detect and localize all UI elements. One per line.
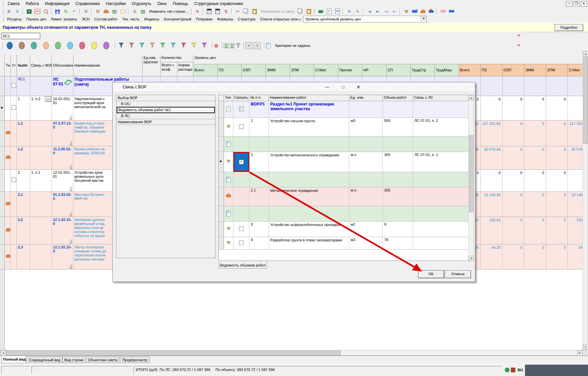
filter-circle-6[interactable] [67, 42, 73, 49]
filter-funnel-3[interactable] [139, 43, 145, 49]
add-work-button[interactable]: ⚒ [94, 7, 102, 15]
quick-find-input[interactable] [1, 33, 40, 39]
excel-button[interactable]: X [25, 7, 33, 15]
panel-button-10[interactable]: Формулы [215, 16, 236, 22]
cut-button[interactable]: ✂ [234, 7, 242, 15]
add-material-button[interactable] [102, 7, 110, 15]
dialog-table-row[interactable]: ⚒3Устройство асфальтобетонных проездовм2… [219, 222, 469, 237]
tree-view-button[interactable]: ≣ [5, 7, 13, 15]
filter-list-icon[interactable] [229, 43, 235, 49]
minimize-button[interactable]: – [566, 1, 572, 7]
tab-vor-sheet[interactable]: Ведомость объемов работ [219, 261, 267, 269]
filter-circle-5[interactable] [55, 42, 61, 49]
close-quickfind-icon[interactable]: ✕ [516, 33, 521, 38]
filter-circle-2[interactable] [19, 42, 25, 49]
toolbar-grip[interactable] [1, 1, 3, 6]
panel-button-2[interactable]: Панель цен [24, 16, 48, 22]
toolbar-grip[interactable] [1, 43, 3, 49]
panel-button-1[interactable]: Ресурсы [5, 16, 24, 22]
dialog-table-row[interactable] [219, 206, 469, 222]
panel-button-11[interactable]: Структура [235, 16, 257, 22]
filter-funnel-gray-icon[interactable] [235, 43, 241, 49]
filter-funnel-4[interactable] [150, 43, 155, 49]
recalc-button[interactable] [214, 7, 222, 15]
view-tab-2[interactable]: Сокращенный вид [27, 357, 62, 363]
link-checkbox[interactable] [239, 226, 244, 231]
panel-button-4[interactable]: ЭСН [79, 16, 92, 22]
menu-item-3[interactable]: Информация [42, 0, 72, 7]
dialog-close-button[interactable]: ✕ [353, 84, 363, 90]
close-button[interactable]: ✕ [581, 1, 587, 7]
scroll-thumb[interactable] [583, 57, 588, 144]
filter-funnel-5[interactable] [160, 43, 166, 49]
menu-item-8[interactable]: Помощь [170, 0, 191, 7]
panel-button-9[interactable]: Поправки [194, 16, 215, 22]
panel-button-6[interactable]: Тех. часть [120, 16, 142, 22]
menu-item-5[interactable]: Настройки [103, 0, 129, 7]
save-button[interactable] [53, 7, 62, 15]
filter-circle-8[interactable] [91, 42, 97, 49]
link-checkbox[interactable] [239, 160, 244, 164]
edit-row-button[interactable]: ✎ [345, 7, 353, 15]
language-indicator[interactable]: RU [516, 367, 524, 373]
filter-funnel-2[interactable] [129, 43, 134, 49]
menu-item-6[interactable]: Отдохнуть [129, 0, 154, 7]
add-row-button[interactable] [110, 7, 119, 15]
group-rows-button[interactable] [139, 7, 147, 15]
vor-link-button[interactable]: … [45, 96, 51, 102]
filter-circle-7[interactable] [79, 42, 85, 49]
tree-add-button[interactable]: ≣ [13, 7, 21, 15]
truck-button[interactable] [410, 7, 419, 15]
link-checkbox[interactable] [239, 106, 244, 111]
details-button[interactable]: Подробно [554, 24, 583, 31]
filter-circle-1[interactable] [7, 42, 13, 49]
move-up-button[interactable]: ⬆ [245, 42, 252, 49]
panel-button-3[interactable]: Лимит. затраты [49, 16, 79, 22]
vor-list-item[interactable]: Ведомость объемов работ №1 [117, 107, 215, 113]
hammer-button[interactable]: ⚒ [402, 7, 410, 15]
dialog-scrollbar[interactable]: ▲▼ [468, 95, 474, 261]
scroll-thumb[interactable] [469, 135, 474, 212]
machine-button[interactable]: ⚙ [130, 7, 139, 15]
scroll-down-button[interactable]: ▼ [469, 256, 474, 261]
link-checkbox[interactable] [239, 240, 244, 245]
undo-button[interactable]: ↶ [70, 7, 78, 15]
menu-item-2[interactable]: Работа [22, 0, 42, 7]
delete-button[interactable]: ✕ [193, 7, 202, 15]
panel-button-7[interactable]: Индексы [142, 16, 162, 22]
delete-row-button[interactable]: ✎ [353, 7, 362, 15]
search-button[interactable] [42, 7, 50, 15]
doc-pr-button[interactable]: ПР [333, 7, 342, 15]
copy-doc-button[interactable] [296, 7, 305, 15]
view-tab-3[interactable]: Вид строки [62, 357, 85, 363]
view-tab-1[interactable]: Полный вид [1, 356, 26, 363]
cancel-button[interactable]: Отмена [445, 270, 471, 278]
scroll-up-button[interactable]: ▲ [469, 95, 474, 100]
filter-funnel-8[interactable] [191, 43, 197, 49]
panel-button-5[interactable]: Состав работ [92, 16, 120, 22]
dialog-table-row[interactable]: ⚒1Устройство насыпи грунтам3555ЛС 07-01,… [219, 118, 469, 137]
filter-funnel-1[interactable] [118, 43, 124, 49]
scroll-down-button[interactable]: ▼ [583, 344, 588, 350]
unlock-cell-button[interactable]: ⊞ [82, 7, 90, 15]
dialog-title-bar[interactable]: Связь с ВОР — □ ✕ [113, 82, 475, 92]
filter-circle-3[interactable] [31, 42, 37, 49]
refresh-button[interactable]: ↻ [62, 7, 70, 15]
copy-button[interactable] [242, 7, 250, 15]
indent-left-button[interactable]: ⇤ [373, 7, 382, 15]
dialog-table-row[interactable]: ▶⚒2Устройство металлического ограждениям… [219, 152, 469, 172]
dialog-minimize-button[interactable]: — [322, 84, 332, 90]
menu-item-4[interactable]: Справочники [72, 0, 103, 7]
chevron-down-icon[interactable]: ▼ [421, 16, 426, 21]
horizontal-scrollbar[interactable]: ◄► [0, 350, 588, 356]
scroll-right-button[interactable]: ► [577, 350, 583, 356]
menu-item-1[interactable]: Смета [5, 0, 22, 7]
paste-doc-button[interactable] [305, 7, 313, 15]
paste-button[interactable] [250, 7, 259, 15]
view-tab-5[interactable]: Предпросмотр [120, 357, 150, 363]
ok-button[interactable]: OK [418, 270, 444, 278]
outdent-left-button[interactable]: ⇤ [390, 7, 399, 15]
filter-funnel-6[interactable] [170, 43, 176, 49]
filter-circle-9[interactable] [103, 42, 109, 49]
approve-checkbox[interactable] [11, 105, 16, 110]
